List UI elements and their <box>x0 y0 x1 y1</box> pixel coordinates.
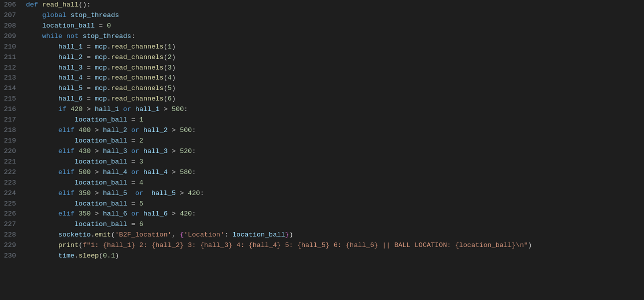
code-line: 210 hall_1 = mcp.read_channels(1) <box>0 42 644 52</box>
token: hall_3 <box>58 64 83 72</box>
token: . <box>107 95 111 102</box>
token: : <box>200 190 204 197</box>
token <box>26 220 74 228</box>
line-number: 227 <box>0 220 24 230</box>
token: > <box>91 210 103 218</box>
token: mcp <box>95 84 107 92</box>
code-line: 209 while not stop_threads: <box>0 32 644 42</box>
token: > <box>168 210 180 218</box>
line-number: 216 <box>0 104 24 115</box>
line-content: location_ball = 2 <box>24 136 644 146</box>
token: > <box>91 190 103 197</box>
token <box>26 252 58 260</box>
token: hall_2 <box>103 126 127 134</box>
token: 4 <box>139 179 143 186</box>
line-content: while not stop_threads: <box>24 32 644 42</box>
token: > <box>91 126 103 134</box>
line-content: print(f"1: {hall_1} 2: {hall_2} 3: {hall… <box>24 240 644 251</box>
token: or <box>131 126 139 134</box>
line-number: 213 <box>0 73 24 84</box>
token: = <box>127 220 139 228</box>
token <box>26 190 58 197</box>
code-line: 224 elif 350 > hall_5 or hall_5 > 420: <box>0 188 644 199</box>
line-number: 221 <box>0 157 24 168</box>
token: . <box>107 74 111 82</box>
line-number: 215 <box>0 94 24 104</box>
code-line: 214 hall_5 = mcp.read_channels(5) <box>0 84 644 94</box>
token: ( <box>163 84 167 92</box>
token: hall_2 <box>58 54 83 61</box>
line-number: 208 <box>0 21 24 32</box>
line-number: 218 <box>0 126 24 136</box>
code-line: 227 location_ball = 6 <box>0 220 644 230</box>
line-content: hall_4 = mcp.read_channels(4) <box>24 73 644 84</box>
token: = <box>127 116 139 124</box>
token: f"1: {hall_1} 2: {hall_2} 3: {hall_3} 4:… <box>82 242 528 249</box>
token: 0 <box>107 22 111 30</box>
token: hall_2 <box>143 126 168 134</box>
code-line: 225 location_ball = 5 <box>0 199 644 210</box>
token: 420 <box>180 210 192 218</box>
token: = <box>82 54 94 61</box>
token: stop_threads <box>82 32 131 40</box>
token: read_channels <box>111 84 163 92</box>
token: : <box>192 148 196 155</box>
token: read_channels <box>111 43 163 50</box>
token: = <box>127 137 139 144</box>
line-content: hall_2 = mcp.read_channels(2) <box>24 52 644 63</box>
line-content: location_ball = 1 <box>24 115 644 126</box>
code-line: 220 elif 430 > hall_3 or hall_3 > 520: <box>0 146 644 157</box>
token: 0.1 <box>103 252 115 260</box>
line-content: elif 430 > hall_3 or hall_3 > 520: <box>24 146 644 157</box>
token: ) <box>528 242 532 249</box>
line-content: location_ball = 6 <box>24 220 644 230</box>
token: hall_3 <box>143 148 168 155</box>
token <box>26 242 58 249</box>
token <box>143 190 151 197</box>
token: or <box>123 106 131 113</box>
token <box>127 168 131 176</box>
token: hall_1 <box>95 106 119 113</box>
token: or <box>131 148 139 155</box>
code-line: 218 elif 400 > hall_2 or hall_2 > 500: <box>0 126 644 136</box>
line-number: 220 <box>0 146 24 157</box>
line-content: location_ball = 4 <box>24 178 644 188</box>
token: emit <box>95 231 111 238</box>
token: elif <box>58 210 79 218</box>
line-content: elif 400 > hall_2 or hall_2 > 500: <box>24 126 644 136</box>
code-line: 226 elif 350 > hall_6 or hall_6 > 420: <box>0 209 644 220</box>
token <box>26 126 58 134</box>
token: 350 <box>78 190 90 197</box>
token: > <box>91 168 103 176</box>
token: > <box>159 106 171 113</box>
token: stop_threads <box>70 12 119 19</box>
line-content: hall_1 = mcp.read_channels(1) <box>24 42 644 52</box>
token <box>26 12 42 19</box>
line-number: 211 <box>0 52 24 63</box>
token: ) <box>172 43 176 50</box>
token: elif <box>58 148 79 155</box>
token: = <box>127 179 139 186</box>
line-number: 206 <box>0 0 24 10</box>
token <box>26 54 58 61</box>
token: ( <box>163 54 167 61</box>
line-number: 223 <box>0 178 24 188</box>
token: = <box>82 84 94 92</box>
line-content: elif 350 > hall_6 or hall_6 > 420: <box>24 209 644 220</box>
token: ) <box>172 84 176 92</box>
token: ( <box>163 64 167 72</box>
token: 430 <box>78 148 90 155</box>
token: socketio <box>58 231 91 238</box>
line-number: 224 <box>0 188 24 199</box>
code-editor: 206def read_hall():207 global stop_threa… <box>0 0 644 300</box>
code-line: 216 if 420 > hall_1 or hall_1 > 500: <box>0 104 644 115</box>
token: 500 <box>172 106 184 113</box>
line-content: time.sleep(0.1) <box>24 251 644 262</box>
token: ) <box>172 54 176 61</box>
token: location_ball <box>74 220 127 228</box>
token <box>26 179 74 186</box>
token: 'B2F_location' <box>115 231 171 238</box>
token: 520 <box>180 148 192 155</box>
line-content: location_ball = 0 <box>24 21 644 32</box>
token: ( <box>163 95 167 102</box>
